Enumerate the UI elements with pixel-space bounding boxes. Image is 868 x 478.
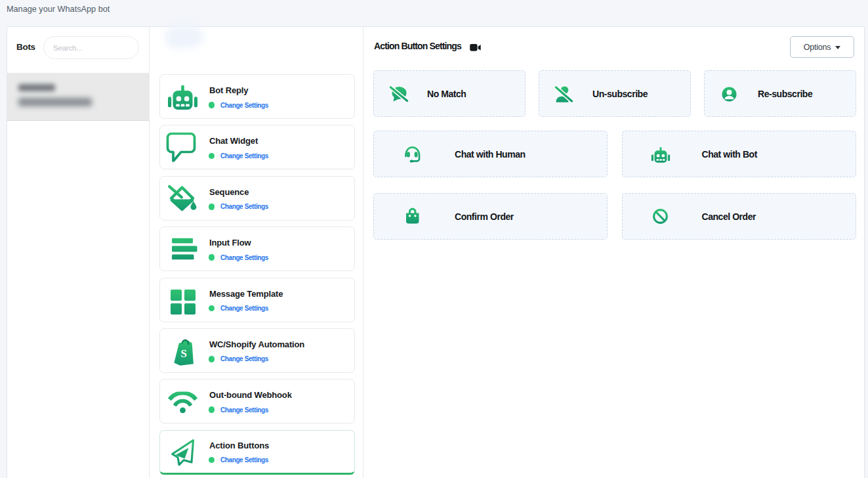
svg-text:S: S [180,347,186,360]
